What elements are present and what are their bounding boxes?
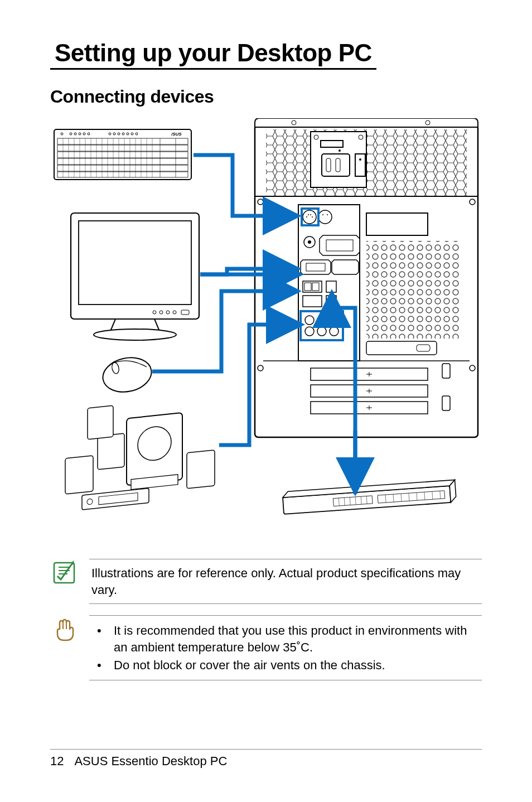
svg-rect-38 <box>303 296 322 307</box>
network-switch-illustration <box>282 480 456 514</box>
list-item: It is recommended that you use this prod… <box>91 622 480 655</box>
note-list: It is recommended that you use this prod… <box>89 615 482 680</box>
svg-rect-111 <box>98 433 124 470</box>
svg-rect-110 <box>65 456 93 494</box>
section-heading: Connecting devices <box>50 86 482 107</box>
svg-rect-76 <box>57 165 188 171</box>
speakers-illustration <box>65 405 215 510</box>
svg-rect-98 <box>79 221 191 305</box>
svg-rect-32 <box>326 240 353 251</box>
svg-rect-74 <box>57 152 188 158</box>
svg-rect-55 <box>366 341 437 355</box>
note-text: Illustrations are for reference only. Ac… <box>89 559 482 604</box>
svg-rect-33 <box>306 263 325 271</box>
svg-point-41 <box>305 316 314 325</box>
svg-text:/SUS: /SUS <box>171 132 182 137</box>
note-reference: Illustrations are for reference only. Ac… <box>50 559 482 604</box>
svg-rect-20 <box>366 213 428 235</box>
svg-point-13 <box>359 158 361 161</box>
svg-point-25 <box>306 216 307 218</box>
svg-point-46 <box>330 327 338 336</box>
svg-point-42 <box>317 316 326 325</box>
mouse-illustration <box>100 354 155 397</box>
svg-rect-72 <box>57 138 188 144</box>
svg-rect-54 <box>442 396 450 410</box>
svg-point-26 <box>312 216 313 218</box>
svg-rect-77 <box>57 172 188 177</box>
svg-point-28 <box>322 214 323 215</box>
note-caution: It is recommended that you use this prod… <box>50 615 482 680</box>
monitor-illustration <box>71 213 199 340</box>
note-icon <box>50 559 78 587</box>
svg-point-24 <box>310 214 311 215</box>
pc-tower-rear <box>255 118 478 437</box>
svg-point-11 <box>338 149 341 152</box>
hand-icon <box>50 615 78 643</box>
svg-point-105 <box>100 354 155 397</box>
page-number: 12 <box>50 754 64 769</box>
svg-point-44 <box>305 327 314 336</box>
page-title: Setting up your Desktop PC <box>50 39 376 70</box>
svg-rect-37 <box>326 281 336 292</box>
svg-point-43 <box>330 316 338 325</box>
svg-point-27 <box>318 210 332 224</box>
svg-point-29 <box>327 214 328 215</box>
page-footer: 12 ASUS Essentio Desktop PC <box>50 749 482 769</box>
svg-rect-14 <box>321 141 343 147</box>
svg-rect-53 <box>442 364 450 378</box>
svg-rect-113 <box>187 450 215 489</box>
svg-rect-21 <box>366 241 461 339</box>
keyboard-illustration: /SUS <box>54 129 191 180</box>
svg-point-31 <box>308 240 311 244</box>
connection-diagram: /SUS <box>50 118 482 542</box>
svg-point-104 <box>94 329 176 340</box>
svg-rect-12 <box>355 154 365 176</box>
svg-point-45 <box>317 327 326 336</box>
footer-product: ASUS Essentio Desktop PC <box>74 754 227 768</box>
svg-rect-75 <box>57 158 188 165</box>
svg-point-23 <box>308 214 309 215</box>
svg-rect-112 <box>88 405 113 439</box>
svg-point-22 <box>303 210 316 224</box>
list-item: Do not block or cover the air vents on t… <box>91 657 480 674</box>
svg-rect-73 <box>57 145 188 151</box>
